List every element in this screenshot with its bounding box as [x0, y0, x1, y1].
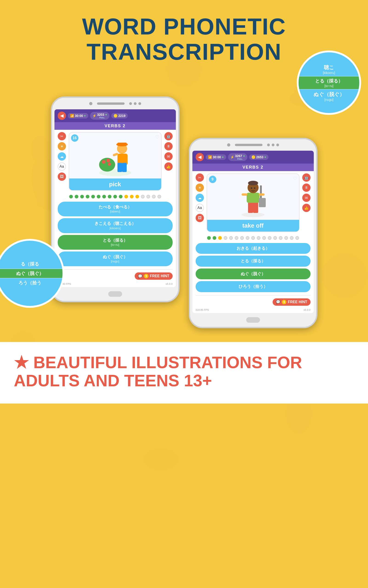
cloud-icon-left[interactable]: ☁: [58, 152, 66, 160]
card-area-left: ✂ ☀ ☁ Aa 🖼 16 ♡: [55, 130, 176, 193]
flash-card-left: 16 ♡: [69, 132, 162, 191]
wifi-stat-right: 📶 30:00 +: [206, 154, 226, 160]
game-header-right: ◀ 📶 30:00 + ⚡ 3267 + FULL 🟡: [192, 151, 314, 164]
sun-icon-left[interactable]: ☀: [58, 142, 66, 151]
pause-icon-left[interactable]: ⏸: [164, 142, 173, 151]
answer-4-left[interactable]: ぬぐ（脱ぐ）[nugu]: [58, 251, 173, 266]
card-number-left: 16: [71, 134, 78, 142]
back-button-right[interactable]: ◀: [196, 153, 204, 161]
hint-coin-left: $: [144, 274, 148, 278]
svg-rect-27: [259, 198, 266, 207]
game-header-left: ◀ 📶 30:00 + ⚡ 3203 + FULL 🟡: [55, 109, 176, 122]
lightning-icon-left: ⚡: [92, 114, 96, 118]
like-icon-right[interactable]: 👍: [302, 204, 311, 212]
hint-bar-left: 💬 $ FREE HINT: [55, 271, 176, 282]
dots-left: [129, 102, 141, 105]
image-icon-right[interactable]: 🖼: [196, 214, 204, 222]
svg-point-8: [143, 448, 179, 471]
hint-button-right[interactable]: 💬 $ FREE HINT: [273, 298, 310, 306]
phone-left: ◀ 📶 30:00 + ⚡ 3203 + FULL 🟡: [51, 97, 180, 302]
lightning-icon-right: ⚡: [230, 155, 234, 159]
word-card-left: 16 ♡: [69, 132, 162, 191]
hint-button-left[interactable]: 💬 $ FREE HINT: [135, 272, 172, 280]
image-icon-left[interactable]: 🖼: [58, 172, 66, 181]
bubble-bl-item-2: ぬぐ（脱ぐ）: [0, 269, 63, 278]
card-image-left: [69, 133, 161, 178]
mail-icon-right[interactable]: ✉: [302, 194, 311, 202]
answer-2-left[interactable]: きこえる（聴こえる）[kikoeru]: [58, 218, 173, 233]
wifi-icon-left: 📶: [70, 114, 74, 118]
bubble-bl-item-1: る（採る: [0, 259, 63, 268]
phone-right: ◀ 📶 30:00 + ⚡ 3267 + FULL 🟡: [189, 138, 317, 328]
left-icons-left: ✂ ☀ ☁ Aa 🖼: [58, 132, 66, 191]
svg-point-31: [248, 181, 258, 185]
phone-top-bar-right: [190, 139, 316, 151]
scissors-icon-left[interactable]: ✂: [58, 132, 66, 140]
answers-right: おきる（起きる） とる（採る） ぬぐ（脱ぐ） ひろう（拾う）: [192, 242, 314, 294]
svg-point-12: [102, 160, 105, 164]
scissors-icon-right[interactable]: ✂: [196, 173, 204, 182]
answer-3-left[interactable]: とる（採る）[to↑ru]: [58, 235, 173, 250]
heart-icon-left[interactable]: ♡: [155, 134, 159, 140]
wifi-stat-left: 📶 30:00 +: [68, 113, 88, 118]
home-button-left[interactable]: [108, 291, 122, 297]
answer-1-right[interactable]: おきる（起きる）: [196, 243, 311, 254]
footer: ★ BEAUTIFUL ILLUSTRATIONS FOR ADULTS AND…: [0, 342, 368, 404]
text-icon-right[interactable]: Aa: [196, 204, 204, 212]
bubble-item-1: 聴こ[kikoeru]: [299, 63, 359, 76]
answer-3-right[interactable]: ぬぐ（脱ぐ）: [196, 268, 311, 279]
svg-rect-20: [122, 163, 127, 172]
wifi-icon-right: 📶: [208, 155, 212, 159]
speaker-right: [235, 144, 263, 146]
card-number-right: 9: [209, 176, 216, 183]
svg-rect-17: [118, 143, 127, 146]
hint-bar-right: 💬 $ FREE HINT: [192, 296, 314, 308]
bubble-item-3: ぬぐ（脱ぐ）[nugu]: [299, 89, 359, 103]
text-icon-left[interactable]: Aa: [58, 162, 66, 171]
hint-coin-right: $: [282, 300, 286, 304]
answers-left: たべる（食べる）[taberu] きこえる（聴こえる）[kikoeru] とる（…: [55, 200, 176, 268]
hint-icon-left: 💬: [138, 274, 143, 278]
cloud-icon-right[interactable]: ☁: [196, 194, 204, 202]
coins-stat-left: 🟡 2219: [111, 113, 128, 118]
svg-point-22: [242, 213, 265, 217]
robot-icon-right[interactable]: 🤖: [302, 173, 311, 182]
robot-icon-left[interactable]: 🤖: [164, 132, 173, 140]
svg-rect-28: [242, 193, 247, 196]
answer-2-right[interactable]: とる（採る）: [196, 256, 311, 267]
home-button-right[interactable]: [246, 317, 260, 323]
word-card-right: 9 ♡: [207, 173, 300, 232]
svg-rect-19: [118, 163, 122, 172]
bubble-top-right: 聴こ[kikoeru] とる（採る）[to↑ru] ぬぐ（脱ぐ）[nugu]: [297, 51, 361, 115]
phone-footer-left: 423.43 FPS v5.0.0: [55, 282, 176, 287]
svg-point-13: [106, 159, 110, 162]
answer-4-right[interactable]: ひろう（拾う）: [196, 281, 311, 292]
camera-right: [227, 143, 230, 147]
dots-right: [267, 143, 279, 146]
screen-right: ◀ 📶 30:00 + ⚡ 3267 + FULL 🟡: [192, 151, 314, 313]
mail-icon-left[interactable]: ✉: [164, 152, 173, 160]
title-line1: WORD PHONETIC: [82, 14, 286, 39]
phone-bottom-left: [52, 287, 178, 301]
footer-text: ★ BEAUTIFUL ILLUSTRATIONS FOR ADULTS AND…: [14, 354, 354, 390]
right-icons-right: 🤖 ⏸ ✉ 👍: [302, 173, 311, 232]
page-title: WORD PHONETIC TRANSCRIPTION: [9, 14, 359, 64]
pause-icon-right[interactable]: ⏸: [302, 184, 311, 192]
back-button-left[interactable]: ◀: [58, 112, 66, 120]
sun-icon-right[interactable]: ☀: [196, 184, 204, 192]
speaker-left: [97, 102, 125, 105]
bubble-bl-item-3: ろう（拾う: [0, 278, 63, 287]
svg-rect-24: [253, 201, 258, 213]
svg-point-14: [108, 163, 111, 166]
heart-icon-right[interactable]: ♡: [293, 176, 297, 181]
svg-rect-29: [259, 193, 265, 196]
like-icon-left[interactable]: 👍: [164, 162, 173, 171]
phone-footer-right: 318.85 FPS v5.0.0: [192, 308, 314, 313]
level-bar-right: VERBS 2: [192, 164, 314, 171]
card-word-left: pick: [69, 178, 161, 190]
card-area-right: ✂ ☀ ☁ Aa 🖼 9 ♡: [192, 171, 314, 234]
level-bar-left: VERBS 2: [55, 122, 176, 130]
progress-dots-left: [55, 193, 176, 200]
bubble-item-2: とる（採る）[to↑ru]: [299, 77, 359, 89]
answer-1-left[interactable]: たべる（食べる）[taberu]: [58, 202, 173, 216]
